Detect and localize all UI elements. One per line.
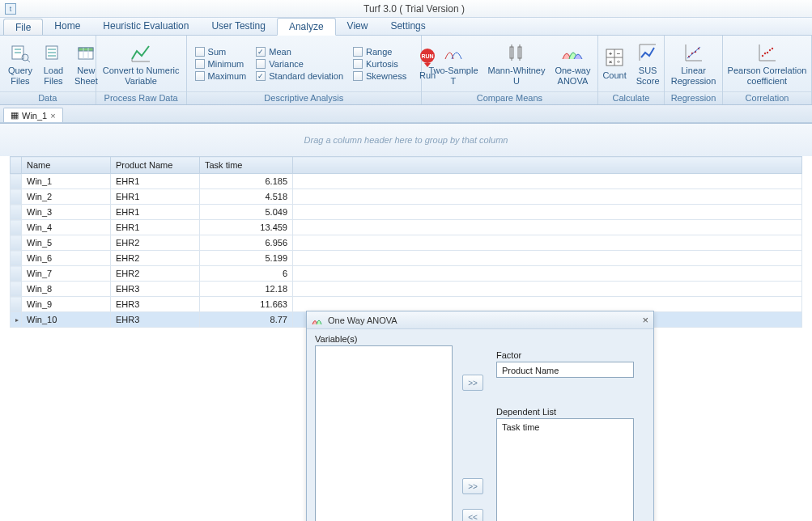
cell-product[interactable]: EHR1 [111,189,200,205]
factor-field[interactable]: Product Name [496,362,634,378]
svg-line-4 [28,60,30,62]
svg-point-35 [768,49,770,51]
linear-regression-button[interactable]: Linear Regression [666,40,721,87]
cell-name[interactable]: Win_1 [22,174,111,189]
cell-product[interactable]: EHR3 [111,297,200,312]
dependent-listbox[interactable]: Task time [496,418,634,521]
ribbon-group-calculate: +−×÷Count SUS Score Calculate [598,36,665,104]
chk-maximum[interactable]: Maximum [195,71,247,81]
chk-kurtosis[interactable]: Kurtosis [353,59,406,69]
table-row[interactable]: Win_2EHR14.518 [11,189,802,205]
ribbon-group-calculate-label: Calculate [598,91,664,104]
load-files-button[interactable]: Load Files [37,40,70,87]
move-to-factor-button[interactable]: >> [462,375,483,391]
count-label: Count [602,70,626,81]
cell-product[interactable]: EHR2 [111,235,200,251]
table-row[interactable]: Win_1EHR16.185 [11,174,802,189]
chk-std[interactable]: ✓Standard deviation [256,71,343,81]
mann-whitney-button[interactable]: Mann-Whitney U [483,40,551,87]
cell-task[interactable]: 6.185 [200,174,293,189]
ribbon-group-descriptive: Sum Minimum Maximum ✓Mean Variance ✓Stan… [187,36,422,104]
col-product[interactable]: Product Name [111,157,200,174]
cell-product[interactable]: EHR2 [111,266,200,282]
cell-task[interactable]: 8.77 [200,312,293,328]
two-sample-t-label: Two-Sample T [428,66,478,86]
svg-text:×: × [609,58,613,66]
document-tab-strip: ▦ Win_1 × [0,105,812,123]
cell-task[interactable]: 6 [200,266,293,282]
dialog-close-icon[interactable]: × [642,314,648,326]
cell-task[interactable]: 5.049 [200,205,293,220]
menu-home[interactable]: Home [43,18,91,35]
cell-name[interactable]: Win_8 [22,282,111,297]
menu-view[interactable]: View [336,18,380,35]
table-row[interactable]: Win_3EHR15.049 [11,205,802,220]
move-back-button[interactable]: << [462,509,483,521]
cell-empty [293,235,802,251]
two-sample-t-button[interactable]: Two-Sample T [423,40,483,87]
chk-minimum[interactable]: Minimum [195,59,247,69]
cell-empty [293,282,802,297]
col-task[interactable]: Task time [200,157,293,174]
chk-sum[interactable]: Sum [195,47,247,57]
cell-task[interactable]: 13.459 [200,220,293,235]
menu-usertesting[interactable]: User Testing [200,18,276,35]
pearson-correlation-button[interactable]: Pearson Correlation coefficient [723,40,812,87]
cell-name[interactable]: Win_2 [22,189,111,205]
cell-empty [293,266,802,282]
anova-button[interactable]: One-way ANOVA [550,40,595,87]
table-row[interactable]: Win_7EHR26 [11,266,802,282]
cell-name[interactable]: Win_3 [22,205,111,220]
close-icon[interactable]: × [50,111,55,121]
cell-name[interactable]: Win_7 [22,266,111,282]
chk-variance[interactable]: Variance [256,59,343,69]
cell-product[interactable]: EHR1 [111,174,200,189]
cell-task[interactable]: 11.663 [200,297,293,312]
ribbon-group-process: Convert to Numeric Variable Process Raw … [96,36,187,104]
cell-product[interactable]: EHR3 [111,312,200,328]
chk-skewness[interactable]: Skewness [353,71,406,81]
menu-analyze[interactable]: Analyze [277,18,336,36]
cell-product[interactable]: EHR3 [111,282,200,297]
cell-task[interactable]: 12.18 [200,282,293,297]
data-grid[interactable]: Name Product Name Task time Win_1EHR16.1… [10,156,802,328]
row-indicator: ▸ [11,312,22,328]
chk-mean[interactable]: ✓Mean [256,47,343,57]
document-tab[interactable]: ▦ Win_1 × [3,108,63,122]
cell-name[interactable]: Win_5 [22,235,111,251]
ribbon-group-correlation: Pearson Correlation coefficient Correlat… [723,36,812,104]
cell-product[interactable]: EHR1 [111,205,200,220]
col-name[interactable]: Name [22,157,111,174]
app-title: Turf 3.0 ( Trial Version ) [363,3,465,15]
cell-name[interactable]: Win_4 [22,220,111,235]
table-row[interactable]: Win_8EHR312.18 [11,282,802,297]
cell-product[interactable]: EHR1 [111,220,200,235]
cell-name[interactable]: Win_10 [22,312,111,328]
table-row[interactable]: Win_9EHR311.663 [11,297,802,312]
dialog-title-bar[interactable]: One Way ANOVA × [307,311,653,329]
menu-file[interactable]: File [3,19,43,35]
table-row[interactable]: Win_5EHR26.956 [11,235,802,251]
row-indicator [11,174,22,189]
table-row[interactable]: Win_6EHR25.199 [11,251,802,266]
cell-product[interactable]: EHR2 [111,251,200,266]
cell-task[interactable]: 6.956 [200,235,293,251]
table-row[interactable]: Win_4EHR113.459 [11,220,802,235]
count-button[interactable]: +−×÷Count [597,44,631,83]
cell-name[interactable]: Win_9 [22,297,111,312]
row-indicator [11,266,22,282]
menu-settings[interactable]: Settings [379,18,436,35]
group-by-hint[interactable]: Drag a column header here to group by th… [0,124,812,156]
cell-empty [293,251,802,266]
menu-heuristic[interactable]: Heuristic Evaluation [91,18,200,35]
new-sheet-label: New Sheet [74,66,98,86]
sus-score-button[interactable]: SUS Score [631,40,665,87]
convert-numeric-button[interactable]: Convert to Numeric Variable [98,40,185,87]
query-files-button[interactable]: Query Files [3,40,37,87]
cell-task[interactable]: 5.199 [200,251,293,266]
chk-range[interactable]: Range [353,47,406,57]
cell-name[interactable]: Win_6 [22,251,111,266]
move-to-dependent-button[interactable]: >> [462,478,483,494]
variables-listbox[interactable] [315,345,453,521]
cell-task[interactable]: 4.518 [200,189,293,205]
